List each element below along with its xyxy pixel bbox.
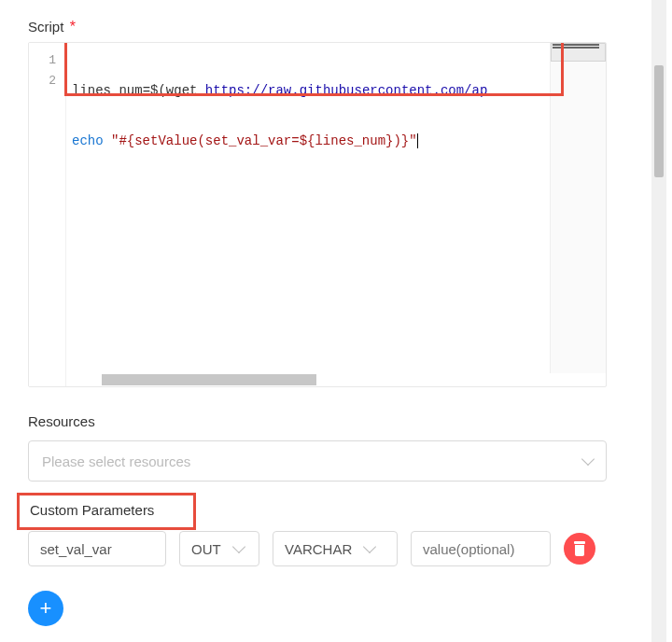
- resources-placeholder: Please select resources: [42, 454, 190, 469]
- code-content[interactable]: lines_num=$(wget https://raw.githubuserc…: [66, 43, 606, 386]
- line-number: 2: [29, 71, 65, 91]
- param-direction-value: OUT: [191, 541, 221, 557]
- resources-label: Resources: [28, 413, 95, 429]
- trash-icon: [573, 541, 586, 556]
- editor-gutter: 1 2: [29, 43, 66, 386]
- chevron-down-icon: [581, 453, 595, 466]
- script-editor[interactable]: 1 2 lines_num=$(wget https://raw.githubu…: [28, 42, 607, 387]
- page-scrollbar[interactable]: [651, 0, 666, 642]
- chevron-down-icon: [363, 540, 376, 553]
- horizontal-scrollbar[interactable]: [66, 373, 570, 386]
- text-cursor: [417, 133, 418, 148]
- line-number: 1: [29, 50, 65, 71]
- code-line: echo "#{setValue(set_val_var=${lines_num…: [72, 131, 600, 151]
- minimap-viewport[interactable]: [551, 43, 606, 62]
- add-param-button[interactable]: +: [28, 591, 63, 626]
- param-direction-select[interactable]: OUT: [179, 531, 259, 566]
- param-type-value: VARCHAR: [285, 541, 352, 557]
- script-label: Script: [28, 19, 63, 35]
- delete-param-button[interactable]: [564, 533, 595, 565]
- custom-parameters-label: Custom Parameters: [28, 502, 607, 518]
- param-type-select[interactable]: VARCHAR: [273, 531, 398, 566]
- editor-minimap[interactable]: [550, 43, 606, 373]
- parameter-row: OUT VARCHAR: [28, 531, 607, 566]
- required-mark: *: [70, 19, 76, 35]
- chevron-down-icon: [232, 540, 245, 553]
- plus-icon: +: [40, 598, 52, 619]
- scrollbar-thumb[interactable]: [654, 65, 664, 177]
- resources-select[interactable]: Please select resources: [28, 440, 607, 482]
- scrollbar-thumb[interactable]: [102, 374, 316, 385]
- param-value-input[interactable]: [411, 531, 551, 566]
- code-line: lines_num=$(wget https://raw.githubuserc…: [72, 80, 600, 101]
- param-name-input[interactable]: [28, 531, 166, 566]
